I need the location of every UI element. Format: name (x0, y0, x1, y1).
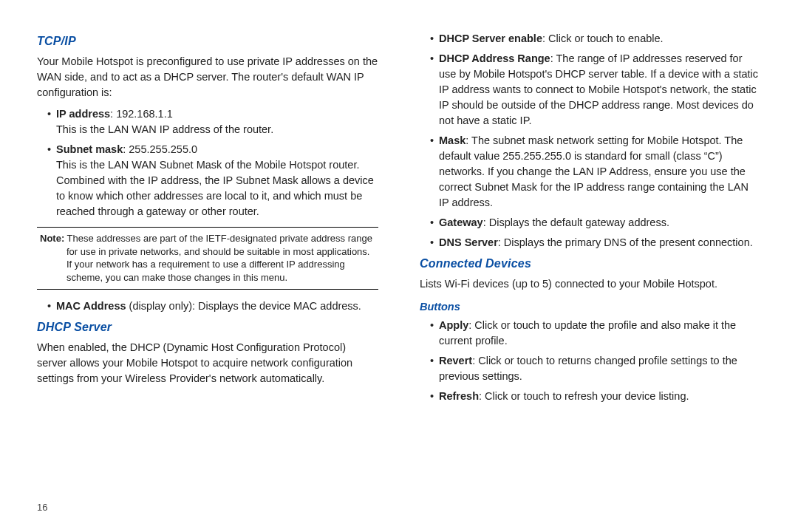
dhcp-gateway-value: : Displays the default gateway address. (483, 216, 669, 228)
tcpip-subnet-desc: This is the LAN WAN Subnet Mask of the M… (56, 157, 378, 219)
dhcp-items-list: DHCP Server enable: Click or touch to en… (420, 31, 761, 250)
mac-list: MAC Address (display only): Displays the… (37, 299, 378, 314)
tcpip-list: IP address: 192.168.1.1 This is the LAN … (37, 106, 378, 219)
buttons-refresh-value: : Click or touch to refresh your device … (479, 390, 689, 402)
heading-dhcp-server: DHCP Server (37, 318, 378, 335)
buttons-revert-term: Revert (439, 355, 472, 366)
dhcp-item-gateway: Gateway: Displays the default gateway ad… (430, 215, 761, 231)
dhcp-mask-value: : The subnet mask network setting for Mo… (439, 134, 748, 208)
buttons-item-apply: Apply: Click or touch to update the prof… (430, 318, 761, 349)
tcpip-intro: Your Mobile Hotspot is preconfigured to … (37, 54, 378, 100)
tcpip-note: Note: These addresses are part of the IE… (37, 227, 378, 289)
buttons-list: Apply: Click or touch to update the prof… (420, 318, 761, 404)
left-column: TCP/IP Your Mobile Hotspot is preconfigu… (37, 30, 399, 517)
dhcp-item-mask: Mask: The subnet mask network setting fo… (430, 133, 761, 211)
dhcp-item-enable: DHCP Server enable: Click or touch to en… (430, 31, 761, 47)
dhcp-dns-value: : Displays the primary DNS of the presen… (498, 236, 753, 248)
note-body: for use in private networks, and should … (40, 245, 375, 284)
buttons-apply-value: : Click or touch to update the profile a… (439, 319, 736, 347)
mac-term: MAC Address (56, 300, 126, 312)
tcpip-item-ip: IP address: 192.168.1.1 This is the LAN … (47, 106, 378, 137)
heading-tcpip: TCP/IP (37, 33, 378, 50)
tcpip-item-subnet: Subnet mask: 255.255.255.0 This is the L… (47, 142, 378, 219)
tcpip-ip-desc: This is the LAN WAN IP address of the ro… (56, 122, 378, 137)
buttons-refresh-term: Refresh (439, 390, 479, 402)
tcpip-subnet-term: Subnet mask (56, 143, 123, 155)
mac-item: MAC Address (display only): Displays the… (47, 299, 378, 314)
page-number: 16 (37, 502, 47, 513)
buttons-revert-value: : Click or touch to returns changed prof… (439, 355, 737, 382)
right-column: DHCP Server enable: Click or touch to en… (399, 30, 761, 517)
mac-value: (display only): Displays the device MAC … (126, 300, 361, 312)
note-label: Note: (40, 233, 64, 244)
buttons-apply-term: Apply (439, 319, 468, 331)
dhcp-item-range: DHCP Address Range: The range of IP addr… (430, 51, 761, 129)
dhcp-intro: When enabled, the DHCP (Dynamic Host Con… (37, 340, 378, 386)
heading-connected-devices: Connected Devices (420, 255, 761, 272)
dhcp-mask-term: Mask (439, 134, 466, 146)
connected-intro: Lists Wi-Fi devices (up to 5) connected … (420, 276, 761, 292)
dhcp-dns-term: DNS Server (439, 236, 498, 248)
heading-buttons: Buttons (420, 299, 761, 315)
dhcp-enable-value: : Click or touch to enable. (542, 33, 664, 44)
tcpip-subnet-value: : 255.255.255.0 (123, 143, 197, 155)
tcpip-ip-value: : 192.168.1.1 (110, 108, 173, 120)
dhcp-gateway-term: Gateway (439, 216, 483, 228)
buttons-item-refresh: Refresh: Click or touch to refresh your … (430, 389, 761, 404)
dhcp-enable-term: DHCP Server enable (439, 33, 542, 44)
note-lead: These addresses are part of the IETF-des… (64, 233, 372, 244)
tcpip-ip-term: IP address (56, 108, 110, 120)
dhcp-range-term: DHCP Address Range (439, 52, 550, 64)
buttons-item-revert: Revert: Click or touch to returns change… (430, 353, 761, 384)
dhcp-item-dns: DNS Server: Displays the primary DNS of … (430, 235, 761, 250)
manual-page: TCP/IP Your Mobile Hotspot is preconfigu… (0, 0, 798, 532)
